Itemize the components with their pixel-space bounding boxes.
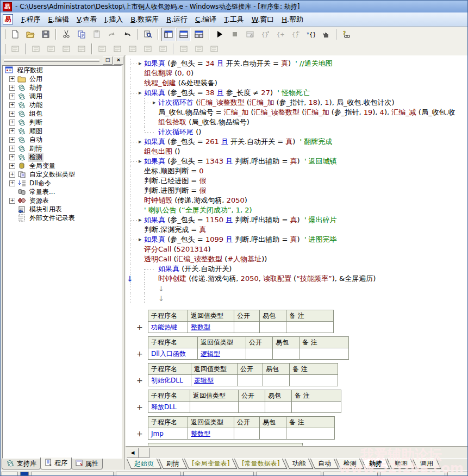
move-down-button[interactable] — [74, 42, 89, 55]
table-cell[interactable] — [246, 348, 273, 360]
expand-plus-icon[interactable]: + — [9, 102, 15, 108]
table-cell[interactable] — [260, 428, 286, 440]
expand-plus-icon[interactable]: + — [9, 154, 15, 160]
add-member-button[interactable] — [29, 42, 43, 55]
doc-tab-自动[interactable]: 自动 — [310, 459, 339, 469]
horizontal-scrollbar[interactable]: ◀ — [126, 446, 468, 459]
panel-maximize-button[interactable]: □ — [103, 57, 113, 65]
expand-subroutine-icon[interactable]: + — [136, 336, 148, 360]
expand-subroutine-icon[interactable]: + — [136, 390, 148, 413]
doc-tab-功能[interactable]: 功能 — [285, 459, 313, 469]
tree-item-14[interactable]: + 资源表 — [3, 196, 121, 205]
tree-item-11[interactable]: + 自定义数据类型 — [3, 170, 121, 179]
menu-C[interactable]: C.编译 — [191, 14, 220, 26]
cut-button[interactable] — [59, 28, 73, 41]
fit-height-button[interactable] — [192, 42, 206, 55]
layout-grid-button[interactable] — [192, 28, 206, 41]
layout-bottom-button[interactable] — [177, 28, 191, 41]
menu-F[interactable]: F.程序 — [17, 14, 45, 26]
table-cell[interactable] — [239, 402, 265, 413]
table-cell[interactable]: 整数型 — [188, 428, 234, 440]
tree-item-6[interactable]: + 顺图 — [3, 127, 121, 135]
panel-tab-程序[interactable]: 程序 — [40, 458, 72, 469]
open-file-button[interactable] — [23, 28, 38, 41]
code-line-11[interactable]: 如果真 (参_包头 = 1343 且 判断.呼出辅助 = 真) ' 返回城镇 — [130, 156, 468, 166]
paste-button[interactable] — [90, 28, 104, 41]
debug-form-button[interactable] — [243, 28, 257, 41]
run-button[interactable] — [213, 28, 227, 41]
tree-item-13[interactable]: 常量表... — [3, 187, 121, 196]
doc-tab-顺图[interactable]: 顺图 — [387, 459, 415, 469]
undo-button[interactable] — [120, 28, 134, 41]
code-line-17[interactable]: 如果真 (参_包头 = 1150 且 判断.呼出辅助 = 真) ' 爆出碎片 — [130, 215, 468, 225]
expand-plus-icon[interactable]: + — [9, 120, 15, 126]
code-line-10[interactable]: 组包出图 () — [130, 147, 468, 156]
expand-plus-icon[interactable]: + — [9, 180, 15, 186]
table-cell[interactable] — [234, 322, 260, 333]
step-out-button[interactable]: {} — [289, 28, 303, 41]
code-line-12[interactable]: 坐标.顺图判断 = 0 — [130, 166, 468, 176]
expand-subroutine-icon[interactable]: + — [136, 363, 148, 386]
table-cell[interactable]: 逻辑型 — [191, 375, 238, 386]
stop-button[interactable] — [228, 28, 242, 41]
align-center-button[interactable] — [110, 42, 124, 55]
find-button[interactable] — [141, 28, 155, 41]
table-cell[interactable] — [238, 375, 263, 386]
panel-tab-支持库[interactable]: 支持库 — [2, 459, 41, 469]
layout-left-button[interactable] — [161, 28, 176, 41]
expand-plus-icon[interactable]: + — [9, 111, 15, 117]
code-line-8[interactable]: 计次循环尾 () — [130, 127, 468, 137]
tree-item-1[interactable]: + 劫持 — [3, 83, 121, 92]
expand-plus-icon[interactable]: + — [9, 163, 15, 169]
fit-size-button[interactable] — [207, 42, 221, 55]
step-into-button[interactable]: {+} — [273, 28, 288, 41]
code-line-1[interactable]: 如果真 (参_包头 = 34 且 开关.自动开关 = 真) ' //通关地图 — [130, 59, 468, 68]
table-cell[interactable] — [260, 322, 286, 333]
table-cell[interactable] — [273, 348, 299, 360]
menu-H[interactable]: H.帮助 — [278, 14, 307, 26]
menu-E[interactable]: E.编辑 — [45, 14, 73, 26]
doc-tab-劫持[interactable]: 劫持 — [361, 459, 390, 469]
code-editor-canvas[interactable]: ↓ 如果真 (参_包头 = 34 且 开关.自动开关 = 真) ' //通关地图… — [126, 55, 468, 446]
scroll-down-indicator-icon[interactable]: ↓ — [127, 274, 133, 283]
form-designer-button[interactable] — [8, 42, 22, 55]
copy-button[interactable] — [74, 28, 89, 41]
doc-tab-[常量数据表][interactable]: [常量数据表] — [234, 459, 288, 469]
code-line-23[interactable]: 时钟创建 (传递.游戏句柄, 2050, 读取配置 (“技能频率”), &全屏遍… — [130, 274, 468, 284]
title-bar[interactable]: 易 - C:\Users\Administrator\Desktop\上市铜人收… — [1, 1, 467, 12]
fit-width-button[interactable] — [177, 42, 191, 55]
code-line-3[interactable]: 线程_创建 (&处理装备) — [130, 78, 468, 88]
tree-root[interactable]: 程序数据 — [3, 66, 121, 74]
expand-plus-icon[interactable]: + — [9, 128, 15, 134]
tree-item-3[interactable]: + 功能 — [3, 101, 121, 109]
code-line-16[interactable]: ' 喇叭公告 (“全屏关闭成功”, 1, 2) — [130, 205, 468, 215]
help-find-button[interactable]: ? — [340, 28, 354, 41]
table-cell[interactable] — [299, 348, 349, 360]
menu-T[interactable]: T.工具 — [220, 14, 248, 26]
table-cell[interactable]: 释放DLL — [148, 402, 190, 413]
tree-item-16[interactable]: 外部文件记录表 — [3, 214, 121, 222]
align-right-button[interactable] — [126, 42, 140, 55]
expand-subroutine-icon[interactable]: + — [136, 310, 148, 333]
doc-tab-剧情[interactable]: 剧情 — [159, 459, 187, 469]
breakpoint-button[interactable]: *{} — [304, 28, 318, 41]
scrollbar-thumb[interactable] — [139, 448, 149, 458]
hand-button[interactable] — [319, 28, 333, 41]
table-cell[interactable] — [265, 402, 292, 413]
code-line-14[interactable]: 判断.进图判断 = 假 — [130, 186, 468, 196]
move-up-button[interactable] — [59, 42, 73, 55]
code-line-2[interactable]: 组包翻牌 (0, 0) — [130, 68, 468, 78]
tree-item-9[interactable]: + 检测 — [3, 153, 121, 161]
code-line-13[interactable]: 判断.已经进图 = 假 — [130, 176, 468, 186]
table-cell[interactable] — [286, 322, 334, 333]
tree-item-2[interactable]: + 调用 — [3, 92, 121, 101]
doc-tab-[全局变量表][interactable]: [全局变量表] — [184, 459, 238, 469]
tree-item-12[interactable]: + Dll命令 — [3, 179, 121, 187]
menu-B[interactable]: B.数据库 — [127, 14, 163, 26]
table-cell[interactable]: 逻辑型 — [198, 348, 246, 360]
code-line-19[interactable]: 如果真 (参_包头 = 1099 且 判断.呼出辅助 = 真) ' 进图完毕 — [130, 235, 468, 245]
redo-button[interactable] — [105, 28, 119, 41]
table-cell[interactable]: Dll入口函数 — [148, 348, 198, 360]
tree-item-10[interactable]: + 全局变量 — [3, 161, 121, 170]
panel-drag-handle[interactable] — [4, 59, 99, 62]
